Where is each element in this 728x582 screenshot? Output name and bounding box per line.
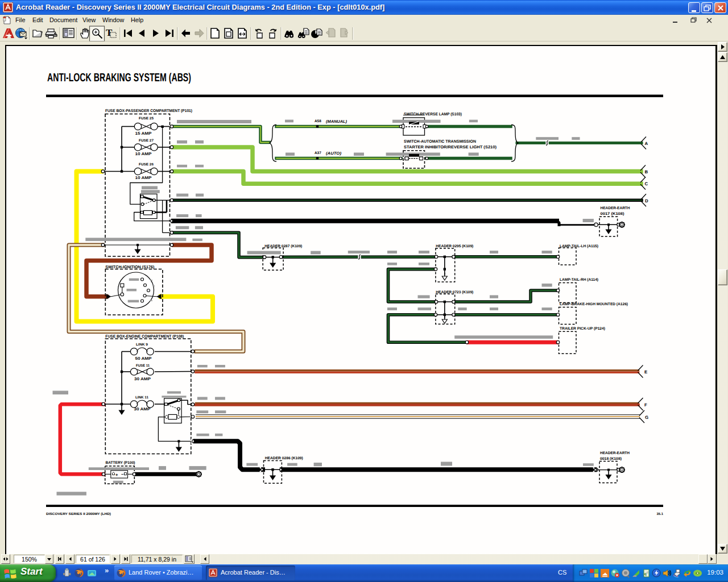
svg-text:15 AMP: 15 AMP: [135, 132, 152, 136]
svg-text:ANTI-LOCK BRAKING SYSTEM (ABS): ANTI-LOCK BRAKING SYSTEM (ABS): [47, 71, 191, 84]
svg-text:+: +: [115, 472, 118, 477]
svg-text:D: D: [645, 198, 648, 203]
svg-text:10 AMP: 10 AMP: [135, 152, 152, 156]
svg-text:(AUTO): (AUTO): [326, 152, 342, 156]
svg-text:FUSE BOX-ENGINE COMPARTMENT (P: FUSE BOX-ENGINE COMPARTMENT (P108): [105, 334, 184, 339]
svg-text:SWITCH-REVERSE LAMP (S103): SWITCH-REVERSE LAMP (S103): [404, 112, 462, 117]
svg-text:HEADER-EARTH: HEADER-EARTH: [601, 206, 630, 210]
svg-text:A58: A58: [315, 119, 321, 123]
svg-text:0017 (K108): 0017 (K108): [601, 212, 624, 216]
svg-text:HEADER 0286 (K109): HEADER 0286 (K109): [265, 456, 303, 460]
svg-text:HEADER-EARTH: HEADER-EARTH: [600, 451, 630, 455]
svg-text:−: −: [121, 472, 124, 477]
svg-text:E: E: [644, 369, 647, 375]
svg-text:B: B: [645, 169, 648, 174]
svg-text:G: G: [645, 415, 648, 420]
svg-text:SWITCH-AUTOMATIC TRANSMISSION: SWITCH-AUTOMATIC TRANSMISSION: [404, 140, 476, 144]
svg-text:HEADER 0295 (K109): HEADER 0295 (K109): [436, 244, 473, 248]
svg-text:FUSE 25: FUSE 25: [139, 117, 154, 120]
svg-text:0018 (K108): 0018 (K108): [600, 457, 622, 461]
svg-text:10 AMP: 10 AMP: [135, 176, 152, 180]
svg-text:FUSE 26: FUSE 26: [139, 163, 154, 167]
svg-text:30 AMP: 30 AMP: [134, 377, 151, 381]
svg-text:A: A: [645, 141, 648, 146]
svg-text:d: d: [647, 571, 648, 575]
svg-text:T: T: [106, 27, 113, 38]
svg-text:35.1: 35.1: [657, 512, 664, 516]
svg-text:LAMP-BRAKE-HIGH MOUNTED (A126): LAMP-BRAKE-HIGH MOUNTED (A126): [560, 302, 628, 306]
svg-text:A37: A37: [315, 151, 321, 155]
svg-text:SWITCH-IGNITION (S176): SWITCH-IGNITION (S176): [105, 265, 154, 269]
svg-text:HEADER 0287 (K109): HEADER 0287 (K109): [264, 244, 302, 248]
svg-text:TRAILER PICK-UP (P124): TRAILER PICK-UP (P124): [560, 327, 605, 331]
svg-text:50 AMP: 50 AMP: [135, 357, 152, 361]
svg-text:FUSE 11: FUSE 11: [136, 364, 150, 368]
svg-text:FUSE 27: FUSE 27: [139, 139, 154, 143]
svg-text:C: C: [645, 181, 648, 186]
svg-text:STARTER INHIBITOR/REVERSE LIGH: STARTER INHIBITOR/REVERSE LIGHT (S210): [404, 145, 497, 149]
svg-text:BATTERY (P100): BATTERY (P100): [106, 461, 135, 465]
svg-text:LINK 11: LINK 11: [135, 396, 149, 400]
svg-text:DISCOVERY SERIES II 2000MY (LH: DISCOVERY SERIES II 2000MY (LHD): [46, 512, 111, 516]
svg-text:FUSE BOX-PASSENGER COMPARTMENT: FUSE BOX-PASSENGER COMPARTMENT (P101): [105, 109, 192, 113]
svg-text:30 AMP: 30 AMP: [134, 408, 151, 411]
svg-text:LINK 9: LINK 9: [136, 343, 148, 347]
svg-text:F: F: [644, 402, 647, 408]
svg-text:LAMP-TAIL-RH (A114): LAMP-TAIL-RH (A114): [560, 278, 598, 282]
svg-text:LAMP-TAIL-LH (A115): LAMP-TAIL-LH (A115): [560, 244, 598, 248]
svg-text:(MANUAL): (MANUAL): [326, 120, 348, 124]
svg-text:»: »: [105, 566, 109, 575]
